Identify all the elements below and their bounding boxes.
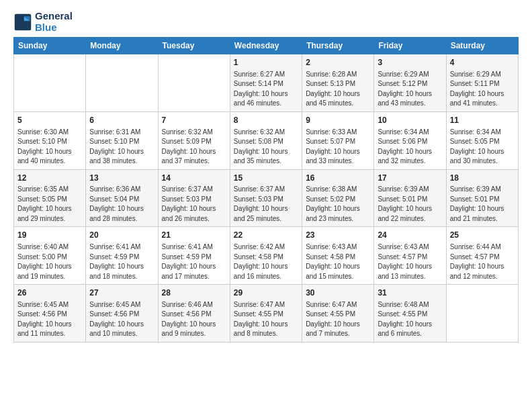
calendar-cell: 20Sunrise: 6:41 AMSunset: 4:59 PMDayligh… [86, 227, 158, 285]
day-number: 26 [17, 287, 82, 299]
day-info: Sunrise: 6:36 AMSunset: 5:04 PMDaylight:… [89, 185, 154, 224]
day-number: 31 [378, 287, 442, 299]
day-info: Sunrise: 6:32 AMSunset: 5:09 PMDaylight:… [162, 128, 226, 167]
day-info: Sunrise: 6:38 AMSunset: 5:02 PMDaylight:… [306, 185, 370, 224]
calendar-cell: 19Sunrise: 6:40 AMSunset: 5:00 PMDayligh… [14, 227, 86, 285]
logo: General Blue [13, 11, 73, 33]
day-number: 3 [378, 57, 442, 68]
day-info: Sunrise: 6:41 AMSunset: 4:59 PMDaylight:… [89, 242, 154, 281]
day-info: Sunrise: 6:34 AMSunset: 5:06 PMDaylight:… [378, 128, 442, 167]
day-number: 28 [162, 287, 226, 299]
logo-icon [13, 13, 32, 32]
calendar-cell: 17Sunrise: 6:39 AMSunset: 5:01 PMDayligh… [374, 169, 446, 227]
calendar-cell: 4Sunrise: 6:29 AMSunset: 5:11 PMDaylight… [446, 54, 518, 112]
calendar-cell [446, 285, 518, 342]
day-number: 20 [89, 230, 154, 241]
calendar-cell: 30Sunrise: 6:47 AMSunset: 4:55 PMDayligh… [302, 285, 374, 342]
calendar-cell: 27Sunrise: 6:45 AMSunset: 4:56 PMDayligh… [86, 285, 158, 342]
day-number: 10 [378, 115, 442, 126]
day-info: Sunrise: 6:48 AMSunset: 4:55 PMDaylight:… [378, 300, 442, 339]
calendar-cell: 23Sunrise: 6:43 AMSunset: 4:58 PMDayligh… [302, 227, 374, 285]
calendar-header-thursday: Thursday [302, 38, 374, 54]
calendar-cell: 5Sunrise: 6:30 AMSunset: 5:10 PMDaylight… [14, 111, 86, 169]
day-info: Sunrise: 6:46 AMSunset: 4:56 PMDaylight:… [162, 300, 226, 339]
calendar-week-row: 19Sunrise: 6:40 AMSunset: 5:00 PMDayligh… [14, 227, 519, 285]
day-number: 5 [17, 115, 82, 126]
day-number: 30 [306, 287, 370, 299]
calendar-cell: 12Sunrise: 6:35 AMSunset: 5:05 PMDayligh… [14, 169, 86, 227]
calendar-cell: 15Sunrise: 6:37 AMSunset: 5:03 PMDayligh… [230, 169, 302, 227]
calendar-cell: 14Sunrise: 6:37 AMSunset: 5:03 PMDayligh… [158, 169, 230, 227]
calendar-header-row: SundayMondayTuesdayWednesdayThursdayFrid… [14, 38, 519, 54]
day-info: Sunrise: 6:37 AMSunset: 5:03 PMDaylight:… [234, 185, 298, 224]
calendar-cell: 26Sunrise: 6:45 AMSunset: 4:56 PMDayligh… [14, 285, 86, 342]
page: General Blue SundayMondayTuesdayWednesda… [0, 0, 532, 356]
calendar-header-friday: Friday [374, 38, 446, 54]
day-info: Sunrise: 6:34 AMSunset: 5:05 PMDaylight:… [450, 128, 515, 167]
calendar-cell: 3Sunrise: 6:29 AMSunset: 5:12 PMDaylight… [374, 54, 446, 112]
calendar-cell: 29Sunrise: 6:47 AMSunset: 4:55 PMDayligh… [230, 285, 302, 342]
day-number: 22 [234, 230, 298, 241]
day-info: Sunrise: 6:39 AMSunset: 5:01 PMDaylight:… [450, 185, 515, 224]
day-number: 6 [89, 115, 154, 126]
day-number: 27 [89, 287, 154, 299]
day-number: 15 [234, 173, 298, 184]
day-info: Sunrise: 6:28 AMSunset: 5:13 PMDaylight:… [306, 70, 370, 109]
day-number: 8 [234, 115, 298, 126]
day-info: Sunrise: 6:45 AMSunset: 4:56 PMDaylight:… [17, 300, 82, 339]
day-info: Sunrise: 6:27 AMSunset: 5:14 PMDaylight:… [234, 70, 298, 109]
calendar-cell [158, 54, 230, 112]
day-number: 1 [234, 57, 298, 68]
calendar-header-sunday: Sunday [14, 38, 86, 54]
day-number: 16 [306, 173, 370, 184]
day-number: 17 [378, 173, 442, 184]
calendar-week-row: 12Sunrise: 6:35 AMSunset: 5:05 PMDayligh… [14, 169, 519, 227]
calendar-cell: 16Sunrise: 6:38 AMSunset: 5:02 PMDayligh… [302, 169, 374, 227]
calendar-week-row: 5Sunrise: 6:30 AMSunset: 5:10 PMDaylight… [14, 111, 519, 169]
day-info: Sunrise: 6:29 AMSunset: 5:11 PMDaylight:… [450, 70, 515, 109]
day-number: 11 [450, 115, 515, 126]
day-number: 13 [89, 173, 154, 184]
calendar-cell: 2Sunrise: 6:28 AMSunset: 5:13 PMDaylight… [302, 54, 374, 112]
day-info: Sunrise: 6:32 AMSunset: 5:08 PMDaylight:… [234, 128, 298, 167]
day-number: 14 [162, 173, 226, 184]
day-number: 21 [162, 230, 226, 241]
calendar-cell [86, 54, 158, 112]
day-info: Sunrise: 6:35 AMSunset: 5:05 PMDaylight:… [17, 185, 82, 224]
calendar-cell: 22Sunrise: 6:42 AMSunset: 4:58 PMDayligh… [230, 227, 302, 285]
day-info: Sunrise: 6:47 AMSunset: 4:55 PMDaylight:… [234, 300, 298, 339]
calendar-cell: 11Sunrise: 6:34 AMSunset: 5:05 PMDayligh… [446, 111, 518, 169]
day-info: Sunrise: 6:41 AMSunset: 4:59 PMDaylight:… [162, 242, 226, 281]
day-number: 9 [306, 115, 370, 126]
calendar-header-saturday: Saturday [446, 38, 518, 54]
calendar-table: SundayMondayTuesdayWednesdayThursdayFrid… [13, 37, 519, 342]
day-info: Sunrise: 6:33 AMSunset: 5:07 PMDaylight:… [306, 128, 370, 167]
day-info: Sunrise: 6:45 AMSunset: 4:56 PMDaylight:… [89, 300, 154, 339]
day-info: Sunrise: 6:40 AMSunset: 5:00 PMDaylight:… [17, 242, 82, 281]
day-info: Sunrise: 6:31 AMSunset: 5:10 PMDaylight:… [89, 128, 154, 167]
day-number: 23 [306, 230, 370, 241]
calendar-cell: 6Sunrise: 6:31 AMSunset: 5:10 PMDaylight… [86, 111, 158, 169]
day-info: Sunrise: 6:30 AMSunset: 5:10 PMDaylight:… [17, 128, 82, 167]
calendar-week-row: 26Sunrise: 6:45 AMSunset: 4:56 PMDayligh… [14, 285, 519, 342]
day-info: Sunrise: 6:47 AMSunset: 4:55 PMDaylight:… [306, 300, 370, 339]
day-info: Sunrise: 6:43 AMSunset: 4:57 PMDaylight:… [378, 242, 442, 281]
day-number: 29 [234, 287, 298, 299]
logo-text: General Blue [35, 11, 73, 33]
day-info: Sunrise: 6:44 AMSunset: 4:57 PMDaylight:… [450, 242, 515, 281]
header: General Blue [13, 11, 519, 33]
calendar-cell: 31Sunrise: 6:48 AMSunset: 4:55 PMDayligh… [374, 285, 446, 342]
day-number: 2 [306, 57, 370, 68]
day-info: Sunrise: 6:39 AMSunset: 5:01 PMDaylight:… [378, 185, 442, 224]
day-info: Sunrise: 6:29 AMSunset: 5:12 PMDaylight:… [378, 70, 442, 109]
calendar-cell: 24Sunrise: 6:43 AMSunset: 4:57 PMDayligh… [374, 227, 446, 285]
calendar-cell: 18Sunrise: 6:39 AMSunset: 5:01 PMDayligh… [446, 169, 518, 227]
calendar-cell: 13Sunrise: 6:36 AMSunset: 5:04 PMDayligh… [86, 169, 158, 227]
calendar-cell [14, 54, 86, 112]
calendar-cell: 21Sunrise: 6:41 AMSunset: 4:59 PMDayligh… [158, 227, 230, 285]
calendar-cell: 25Sunrise: 6:44 AMSunset: 4:57 PMDayligh… [446, 227, 518, 285]
calendar-week-row: 1Sunrise: 6:27 AMSunset: 5:14 PMDaylight… [14, 54, 519, 112]
day-number: 12 [17, 173, 82, 184]
calendar-cell: 9Sunrise: 6:33 AMSunset: 5:07 PMDaylight… [302, 111, 374, 169]
day-number: 25 [450, 230, 515, 241]
